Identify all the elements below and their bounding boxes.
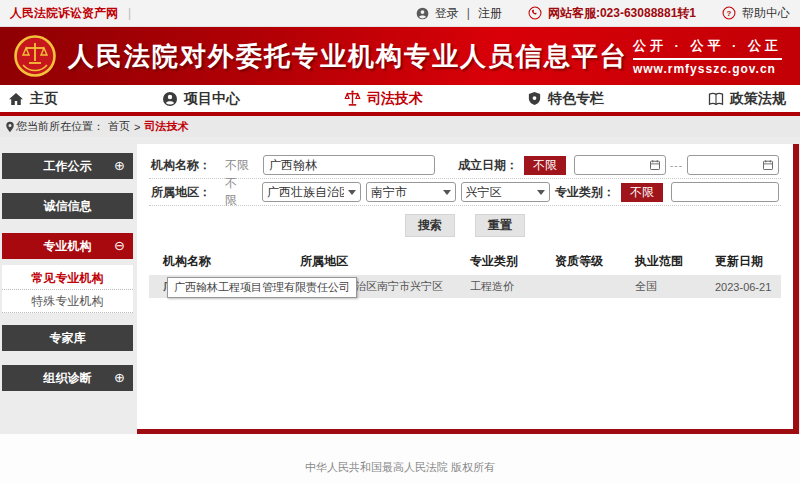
nav-label: 司法技术 — [367, 90, 423, 108]
project-center-icon — [162, 91, 178, 107]
nav-label: 主页 — [30, 90, 58, 108]
nav-item-home[interactable]: 主页 — [8, 90, 58, 108]
register-link[interactable]: 注册 — [478, 5, 502, 22]
category-group: 专业类别： 不限 — [555, 182, 779, 202]
top-utility-bar: 人民法院诉讼资产网 | 登录 | 注册 网站客服:023-63088881转1 … — [0, 0, 800, 27]
book-icon — [708, 91, 724, 107]
sidebar-item-label: 组织诊断 — [44, 371, 92, 385]
search-button[interactable]: 搜索 — [405, 214, 455, 237]
sidebar-item-integrity-info[interactable]: 诚信信息 — [2, 193, 133, 219]
cell-updated: 2023-06-21 — [715, 281, 781, 293]
chevron-down-icon — [348, 190, 356, 195]
hotline-text: 网站客服:023-63088881转1 — [548, 5, 696, 22]
col-header-updated: 更新日期 — [715, 253, 781, 270]
sidebar-item-label: 诚信信息 — [44, 199, 92, 213]
breadcrumb-separator: > — [134, 121, 140, 133]
submenu-item-special-orgs[interactable]: 特殊专业机构 — [2, 290, 133, 313]
site-banner: 人民法院对外委托专业机构专业人员信息平台 公开 · 公平 · 公正 www.rm… — [0, 27, 800, 85]
content-region: 工作公示 ⊕ 诚信信息 专业机构 ⊖ 常见专业机构 特殊专业机构 专家库 组织诊… — [0, 137, 800, 434]
user-icon — [416, 7, 429, 20]
col-header-name: 机构名称 — [163, 253, 300, 270]
nav-label: 项目中心 — [184, 90, 240, 108]
sidebar-item-label: 专业机构 — [44, 239, 92, 253]
date-range-separator: --- — [670, 160, 683, 171]
sidebar-item-professional-orgs[interactable]: 专业机构 ⊖ — [2, 233, 133, 259]
founded-date-group: 成立日期： 不限 --- — [458, 155, 779, 175]
shield-icon — [527, 91, 542, 106]
city-select-value: 南宁市 — [371, 184, 438, 201]
login-link[interactable]: 登录 — [435, 5, 459, 22]
org-name-tooltip: 广西翰林工程项目管理有限责任公司 — [167, 277, 357, 298]
cell-scope: 全国 — [635, 279, 715, 294]
location-pin-icon — [4, 121, 16, 133]
main-nav: 主页 项目中心 司法技术 特色专栏 政策法规 — [0, 85, 800, 116]
sidebar: 工作公示 ⊕ 诚信信息 专业机构 ⊖ 常见专业机构 特殊专业机构 专家库 组织诊… — [2, 153, 133, 405]
category-unlimited-button[interactable]: 不限 — [621, 183, 663, 202]
expand-icon[interactable]: ⊕ — [114, 153, 125, 179]
district-select[interactable]: 兴宁区 — [461, 182, 550, 202]
founded-date-label: 成立日期： — [458, 157, 518, 174]
org-name-label: 机构名称： — [151, 157, 211, 174]
cell-category: 工程造价 — [470, 279, 555, 294]
site-name-link[interactable]: 人民法院诉讼资产网 — [10, 5, 118, 22]
footer: 中华人民共和国最高人民法院 版权所有 — [0, 434, 800, 484]
collapse-icon[interactable]: ⊖ — [114, 233, 125, 259]
calendar-icon[interactable] — [762, 159, 774, 171]
province-select[interactable]: 广西壮族自治区 — [262, 182, 361, 202]
col-header-region: 所属地区 — [300, 253, 470, 270]
founded-to-input[interactable] — [687, 155, 779, 175]
breadcrumb-home[interactable]: 首页 — [108, 119, 130, 134]
region-unlimited-option[interactable]: 不限 — [225, 175, 248, 209]
col-header-scope: 执业范围 — [635, 253, 715, 270]
page-title: 人民法院对外委托专业机构专业人员信息平台 — [68, 39, 628, 74]
filter-row-2: 所属地区： 不限 广西壮族自治区 南宁市 兴宁区 专业类别： 不限 — [149, 179, 781, 206]
action-button-row: 搜索 重置 — [149, 214, 781, 237]
province-select-value: 广西壮族自治区 — [267, 184, 344, 201]
page: 人民法院诉讼资产网 | 登录 | 注册 网站客服:023-63088881转1 … — [0, 0, 800, 484]
banner-url: www.rmfysszc.gov.cn — [633, 62, 782, 76]
org-name-unlimited-option[interactable]: 不限 — [225, 157, 249, 174]
topbar-divider: | — [128, 6, 131, 20]
login-separator: | — [467, 6, 470, 20]
copyright-text: 中华人民共和国最高人民法院 版权所有 — [305, 460, 495, 475]
chevron-down-icon — [537, 190, 545, 195]
category-input[interactable] — [671, 182, 779, 202]
calendar-icon[interactable] — [649, 159, 661, 171]
district-select-value: 兴宁区 — [466, 184, 533, 201]
scales-icon — [344, 90, 361, 107]
founded-unlimited-button[interactable]: 不限 — [524, 156, 566, 175]
nav-label: 特色专栏 — [548, 90, 604, 108]
svg-text:?: ? — [727, 9, 732, 18]
banner-slogan: 公开 · 公平 · 公正 — [633, 37, 782, 55]
sidebar-item-expert-pool[interactable]: 专家库 — [2, 325, 133, 351]
sidebar-item-label: 工作公示 — [44, 159, 92, 173]
expand-icon[interactable]: ⊕ — [114, 365, 125, 391]
help-center-link[interactable]: 帮助中心 — [742, 5, 790, 22]
col-header-category: 专业类别 — [470, 253, 555, 270]
submenu-item-common-orgs[interactable]: 常见专业机构 — [2, 267, 133, 290]
sidebar-submenu: 常见专业机构 特殊专业机构 — [2, 265, 133, 313]
reset-button[interactable]: 重置 — [475, 214, 525, 237]
chevron-down-icon — [443, 190, 451, 195]
category-label: 专业类别： — [555, 184, 615, 201]
topbar-right: 登录 | 注册 网站客服:023-63088881转1 ? 帮助中心 — [416, 5, 790, 22]
breadcrumb-prefix: 您当前所在位置： — [16, 119, 104, 134]
sidebar-item-label: 专家库 — [50, 331, 86, 345]
court-logo-icon — [14, 35, 56, 77]
table-header-row: 机构名称 所属地区 专业类别 资质等级 执业范围 更新日期 — [149, 247, 781, 275]
phone-icon — [528, 6, 542, 20]
breadcrumb: 您当前所在位置： 首页 > 司法技术 — [0, 116, 800, 137]
home-icon — [8, 91, 24, 107]
col-header-grade: 资质等级 — [555, 253, 635, 270]
sidebar-item-work-publicity[interactable]: 工作公示 ⊕ — [2, 153, 133, 179]
nav-item-judicial-tech[interactable]: 司法技术 — [344, 90, 423, 108]
org-name-input[interactable] — [263, 155, 435, 175]
breadcrumb-current[interactable]: 司法技术 — [144, 119, 188, 134]
nav-item-policy[interactable]: 政策法规 — [708, 90, 786, 108]
sidebar-item-org-diagnosis[interactable]: 组织诊断 ⊕ — [2, 365, 133, 391]
nav-item-special-column[interactable]: 特色专栏 — [527, 90, 604, 108]
nav-item-project-center[interactable]: 项目中心 — [162, 90, 240, 108]
city-select[interactable]: 南宁市 — [366, 182, 455, 202]
founded-from-input[interactable] — [574, 155, 666, 175]
region-label: 所属地区： — [151, 184, 211, 201]
